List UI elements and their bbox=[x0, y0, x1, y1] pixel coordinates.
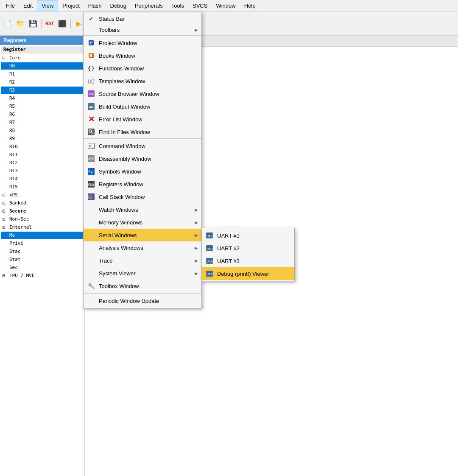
project-window-icon: P bbox=[87, 39, 95, 47]
menu-item-periodic-window-update[interactable]: Periodic Window Update bbox=[84, 294, 201, 307]
table-row: R7 bbox=[1, 119, 84, 126]
tree-item-r2[interactable]: R2 bbox=[1, 78, 84, 86]
tree-item-r8[interactable]: R8 bbox=[1, 127, 84, 134]
svg-text:Sy: Sy bbox=[88, 170, 93, 174]
disassembly-icon: ASM bbox=[87, 154, 95, 163]
tree-item-r10[interactable]: R10 bbox=[1, 143, 84, 150]
table-row: Privi bbox=[1, 240, 84, 247]
register-col-header: Register bbox=[1, 46, 84, 53]
sep1 bbox=[41, 19, 42, 29]
menu-item-symbols-window[interactable]: Sy Symbols Window bbox=[84, 165, 201, 178]
tree-item-r6[interactable]: R6 bbox=[1, 111, 84, 118]
menu-item-analysis-windows[interactable]: Analysis Windows ▶ bbox=[84, 241, 201, 254]
tree-item-r12[interactable]: R12 bbox=[1, 159, 84, 166]
watch-arrow: ▶ bbox=[195, 207, 198, 212]
tree-item-nonsec[interactable]: ⊟Non-Sec bbox=[1, 216, 84, 223]
table-row: Stat bbox=[1, 256, 84, 263]
tree-item-r9[interactable]: R9 bbox=[1, 135, 84, 142]
menu-item-command-window[interactable]: >_ Command Window bbox=[84, 140, 201, 152]
menu-item-call-stack-window[interactable]: CS Call Stack Window bbox=[84, 190, 201, 203]
table-row: Mo bbox=[1, 232, 84, 239]
tree-item-r14[interactable]: R14 bbox=[1, 175, 84, 182]
table-row: R2 bbox=[1, 78, 84, 86]
table-row: R3 bbox=[1, 87, 84, 94]
menu-tools[interactable]: Tools bbox=[167, 1, 188, 11]
svg-text:ASM: ASM bbox=[88, 157, 95, 161]
menu-item-toolbars[interactable]: Toolbars ▶ bbox=[84, 24, 201, 36]
new-file-btn[interactable]: 📄 bbox=[2, 18, 14, 30]
menu-item-templates-window[interactable]: (){} Templates Window bbox=[84, 75, 201, 87]
menu-flash[interactable]: Flash bbox=[84, 1, 106, 11]
menu-svcs[interactable]: SVCS bbox=[188, 1, 212, 11]
tree-item-internal[interactable]: ⊟Internal bbox=[1, 224, 84, 231]
memory-icon bbox=[87, 218, 95, 227]
menu-item-debug-printf-viewer[interactable]: UART Debug (printf) Viewer bbox=[202, 267, 294, 280]
menu-item-books-window[interactable]: B Books Window bbox=[84, 49, 201, 62]
menu-item-watch-windows[interactable]: Watch Windows ▶ bbox=[84, 203, 201, 216]
menu-item-toolbox-window[interactable]: 🔧 Toolbox Window bbox=[84, 280, 201, 292]
menu-window[interactable]: Window bbox=[212, 1, 240, 11]
menu-help[interactable]: Help bbox=[240, 1, 260, 11]
save-btn[interactable]: 💾 bbox=[27, 18, 39, 30]
menu-item-disassembly-window[interactable]: ASM Disassembly Window bbox=[84, 152, 201, 165]
menu-item-uart2[interactable]: UART UART #2 bbox=[202, 242, 294, 255]
menu-debug[interactable]: Debug bbox=[106, 1, 131, 11]
menu-item-trace[interactable]: Trace ▶ bbox=[84, 254, 201, 267]
menu-peripherals[interactable]: Peripherals bbox=[131, 1, 167, 11]
registers-header: Registers bbox=[0, 36, 84, 45]
serial-arrow: ▶ bbox=[195, 233, 198, 238]
menu-file[interactable]: File bbox=[2, 1, 19, 11]
rst-btn[interactable]: RST bbox=[44, 18, 56, 30]
table-row: Stac bbox=[1, 248, 84, 255]
table-row: R4 bbox=[1, 95, 84, 102]
tree-item-r13[interactable]: R13 bbox=[1, 167, 84, 174]
symbols-icon: Sy bbox=[87, 167, 95, 176]
menu-item-functions-window[interactable]: {} Functions Window bbox=[84, 62, 201, 75]
menu-item-status-bar[interactable]: ✓ Status Bar bbox=[84, 13, 201, 24]
svg-text:UART: UART bbox=[207, 273, 213, 276]
table-row: ⊟Non-Sec bbox=[1, 216, 84, 223]
tree-item-stat[interactable]: Stat bbox=[1, 256, 84, 263]
tree-item-core[interactable]: ⊟ Core bbox=[1, 54, 84, 62]
tree-item-r7[interactable]: R7 bbox=[1, 119, 84, 126]
watch-icon bbox=[87, 205, 95, 214]
menu-item-project-window[interactable]: P Project Window bbox=[84, 36, 201, 49]
menu-item-memory-windows[interactable]: Memory Windows ▶ bbox=[84, 216, 201, 229]
tree-item-r1[interactable]: R1 bbox=[1, 70, 84, 78]
memory-arrow: ▶ bbox=[195, 220, 198, 225]
menu-item-system-viewer[interactable]: System Viewer ▶ bbox=[84, 267, 201, 280]
tree-item-stac[interactable]: Stac bbox=[1, 248, 84, 255]
tree-item-sec[interactable]: Sec bbox=[1, 264, 84, 271]
books-window-icon: B bbox=[87, 51, 95, 60]
tree-item-r4[interactable]: R4 bbox=[1, 95, 84, 102]
tree-item-privi[interactable]: Privi bbox=[1, 240, 84, 247]
trace-icon bbox=[87, 256, 95, 265]
tree-item-r0[interactable]: R0 bbox=[1, 62, 84, 70]
menu-edit[interactable]: Edit bbox=[19, 1, 37, 11]
menu-view[interactable]: View bbox=[37, 0, 58, 11]
debug-btn[interactable]: ⬛ bbox=[56, 18, 68, 30]
tree-item-r3[interactable]: R3 bbox=[1, 87, 84, 94]
tree-item-xps[interactable]: ⊞xPS bbox=[1, 191, 84, 199]
templates-window-icon: (){} bbox=[87, 77, 95, 85]
menu-item-find-in-files-window[interactable]: Find In Files Window bbox=[84, 126, 201, 139]
open-file-btn[interactable]: 📁 bbox=[14, 18, 26, 30]
table-row: R0 bbox=[1, 62, 84, 70]
menu-item-error-list-window[interactable]: ✕ Error List Window bbox=[84, 113, 201, 126]
periodic-icon bbox=[87, 297, 95, 305]
menu-project[interactable]: Project bbox=[58, 1, 84, 11]
svg-text:CS: CS bbox=[88, 196, 92, 199]
tree-item-banked[interactable]: ⊞Banked bbox=[1, 199, 84, 207]
tree-item-r11[interactable]: R11 bbox=[1, 151, 84, 158]
tree-item-r15[interactable]: R15 bbox=[1, 183, 84, 190]
tree-item-mo[interactable]: Mo bbox=[1, 232, 84, 239]
menu-item-serial-windows[interactable]: Serial Windows ▶ UART UART #1 UART UART … bbox=[84, 229, 201, 241]
menu-item-uart3[interactable]: UART UART #3 bbox=[202, 255, 294, 267]
menu-item-registers-window[interactable]: REG Registers Window bbox=[84, 178, 201, 190]
tree-item-secure[interactable]: ⊞Secure bbox=[1, 207, 84, 215]
menu-item-source-browser-window[interactable]: <> Source Browser Window bbox=[84, 87, 201, 100]
menu-item-build-output-window[interactable]: ≡≡ Build Output Window bbox=[84, 100, 201, 113]
tree-item-r5[interactable]: R5 bbox=[1, 103, 84, 110]
tree-item-fpu[interactable]: ⊞FPU / MVE bbox=[1, 272, 84, 279]
menu-item-uart1[interactable]: UART UART #1 bbox=[202, 229, 294, 242]
